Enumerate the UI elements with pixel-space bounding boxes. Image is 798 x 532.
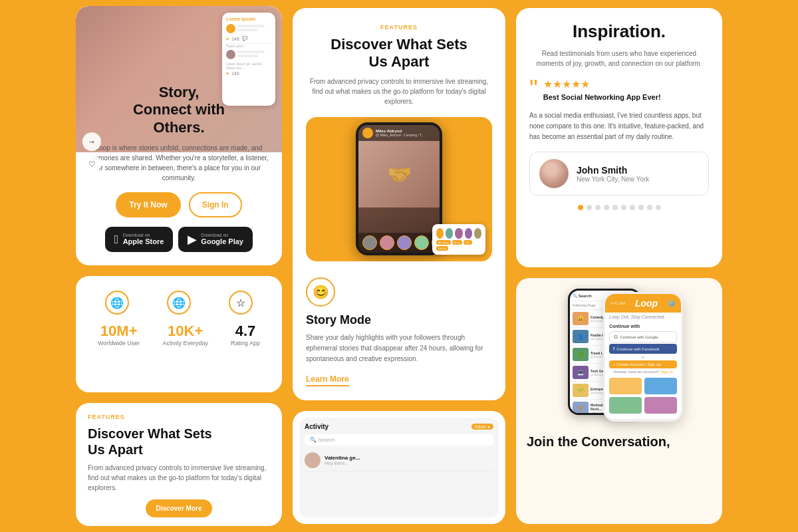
stats-numbers: 10M+ Worldwide User 10K+ Activity Everyd… bbox=[86, 323, 271, 346]
overlay-card: My Story Artes Life sed do bbox=[432, 224, 485, 255]
inbox-header: Activity Inbox ● bbox=[305, 423, 493, 430]
dot-5[interactable] bbox=[612, 205, 618, 210]
app-logo: Loop bbox=[635, 298, 658, 309]
apple-icon:  bbox=[114, 233, 119, 247]
dot-8[interactable] bbox=[638, 205, 644, 210]
message-item: Valentina ge... Hey there... bbox=[305, 450, 493, 471]
story-circle bbox=[397, 235, 412, 250]
reviewer-avatar bbox=[539, 159, 569, 188]
phone-screen-header: Miles Aldrynd @ Miles_Aldrynd · Camping … bbox=[358, 125, 440, 141]
learn-more-link[interactable]: Learn More bbox=[306, 374, 349, 386]
features-small-card: FEATURES Discover What Sets Us Apart Fro… bbox=[76, 403, 282, 526]
reviewer-info: John Smith New York City, New York bbox=[577, 165, 649, 183]
hero-card: Lorem Ipsum ♥ 148 💬 Type your... bbox=[76, 6, 282, 265]
testimonial-card: Inspiration. Read testimonials from user… bbox=[516, 8, 722, 267]
play-icon: ▶ bbox=[188, 232, 197, 247]
hero-title: Story, Connect with Others. bbox=[89, 84, 269, 136]
middle-column: FEATURES Discover What Sets Us Apart Fro… bbox=[293, 8, 505, 524]
continue-label: Continue with bbox=[605, 321, 681, 330]
inbox-badge: Inbox ● bbox=[471, 424, 493, 430]
features-desc-main: From advanced privacy controls to immers… bbox=[306, 76, 492, 106]
story-circle bbox=[380, 235, 394, 250]
dot-10[interactable] bbox=[656, 205, 661, 210]
message-sender: Valentina ge... bbox=[325, 455, 493, 461]
join-title: Join the Conversation, bbox=[527, 434, 712, 450]
discover-button[interactable]: Discover More bbox=[146, 499, 213, 517]
story-circle bbox=[414, 235, 429, 250]
left-column: Lorem Ipsum ♥ 148 💬 Type your... bbox=[76, 6, 282, 526]
hero-buttons: Try It Now Sign In bbox=[89, 192, 269, 217]
apple-store-button[interactable]:  Download on Apple Store bbox=[105, 227, 173, 252]
message-avatar bbox=[305, 452, 321, 468]
overlay-avatar bbox=[465, 228, 472, 239]
dot-9[interactable] bbox=[647, 205, 652, 210]
rating-icon: ☆ bbox=[229, 291, 253, 315]
features-title-main: Discover What Sets Us Apart bbox=[306, 36, 492, 71]
back-item-image: 😄 bbox=[573, 312, 589, 325]
activity-icon: 🌐 bbox=[167, 291, 191, 315]
rating-label: Rating App bbox=[231, 340, 260, 346]
google-play-text: Download on Google Play bbox=[201, 233, 243, 246]
facebook-auth-btn[interactable]: f Continue with Facebook bbox=[609, 344, 677, 354]
activity-label: Activity Everyday bbox=[162, 340, 208, 346]
phone-screen-username: Miles Aldrynd @ Miles_Aldrynd · Camping … bbox=[376, 129, 424, 137]
google-play-button[interactable]: ▶ Download on Google Play bbox=[178, 227, 253, 252]
google-auth-btn[interactable]: G Continue with Google bbox=[609, 331, 677, 342]
reviewer-card: John Smith New York City, New York bbox=[529, 152, 709, 196]
try-now-button[interactable]: Try It Now bbox=[116, 192, 180, 217]
story-mode-title: Story Mode bbox=[306, 313, 492, 327]
dot-6[interactable] bbox=[621, 205, 626, 210]
story-mode-section: 😊 Story Mode Share your daily highlights… bbox=[306, 277, 492, 384]
overlay-tags: My Story Artes Life sed do bbox=[436, 240, 481, 251]
app-label: Best Social Networking App Ever! bbox=[543, 93, 661, 101]
join-card: 🔍 Search Following PageTop Accounts 😄 Co… bbox=[516, 278, 722, 524]
apple-store-text: Download on Apple Store bbox=[123, 233, 164, 246]
download-buttons:  Download on Apple Store ▶ Download on … bbox=[89, 227, 269, 252]
dot-3[interactable] bbox=[595, 205, 600, 210]
back-item-image: 💻 bbox=[573, 366, 589, 379]
right-column: Inspiration. Read testimonials from user… bbox=[516, 8, 722, 524]
sign-in-button[interactable]: Sign In bbox=[189, 192, 242, 217]
pagination-dots bbox=[529, 205, 709, 210]
stats-card: 🌐 🌐 ☆ 10M+ Worldwide User 10K+ Activity … bbox=[76, 276, 282, 392]
overlay-avatar-row bbox=[436, 228, 481, 239]
features-phone-preview: Miles Aldrynd @ Miles_Aldrynd · Camping … bbox=[306, 117, 492, 261]
users-label: Worldwide User bbox=[98, 340, 140, 346]
testimonial-quote: As a social media enthusiast, I've tried… bbox=[529, 110, 709, 142]
features-tag-main: FEATURES bbox=[306, 24, 492, 31]
reviewer-location: New York City, New York bbox=[577, 176, 649, 183]
inbox-activity-title: Activity bbox=[305, 423, 329, 430]
overlay-avatar bbox=[455, 228, 462, 239]
message-text: Valentina ge... Hey there... bbox=[325, 455, 493, 466]
features-tag-sm: FEATURES bbox=[88, 414, 270, 420]
features-desc-sm: From advanced privacy controls to immers… bbox=[88, 463, 270, 493]
features-title-sm: Discover What Sets Us Apart bbox=[88, 426, 270, 458]
story-mode-icon: 😊 bbox=[306, 277, 335, 307]
inbox-search[interactable]: 🔍 Search bbox=[305, 434, 493, 446]
overlay-tag: Artes bbox=[452, 240, 462, 245]
phone-screen-content: 🤝 bbox=[358, 141, 440, 207]
reviewer-name: John Smith bbox=[577, 165, 649, 176]
activity-stat: 10K+ Activity Everyday bbox=[162, 323, 208, 346]
dot-7[interactable] bbox=[630, 205, 635, 210]
story-circle bbox=[362, 235, 377, 250]
back-item-image: 🌱 bbox=[573, 384, 589, 397]
features-main-card: FEATURES Discover What Sets Us Apart Fro… bbox=[293, 8, 505, 400]
rating-number: 4.7 bbox=[231, 323, 260, 340]
stats-icons: 🌐 🌐 ☆ bbox=[86, 291, 271, 315]
users-stat: 10M+ Worldwide User bbox=[98, 323, 140, 346]
hero-content: Story, Connect with Others. Loop is wher… bbox=[89, 6, 269, 252]
message-preview: Hey there... bbox=[325, 461, 493, 466]
dot-2[interactable] bbox=[587, 205, 592, 210]
dot-1[interactable] bbox=[578, 205, 583, 210]
phone-screen: Miles Aldrynd @ Miles_Aldrynd · Camping … bbox=[358, 125, 440, 253]
overlay-avatar bbox=[474, 228, 481, 239]
app-screen-header: 9:41 AM Loop ⚙️ bbox=[605, 294, 681, 313]
signup-btn[interactable]: + Create Account / Sign up bbox=[609, 360, 677, 368]
testimonial-header: Inspiration. bbox=[529, 21, 709, 42]
rating-stat: 4.7 Rating App bbox=[231, 323, 260, 346]
dot-4[interactable] bbox=[604, 205, 609, 210]
star-rating: ★★★★★ bbox=[543, 78, 661, 90]
overlay-tag: Life bbox=[464, 240, 471, 245]
phone-front: 9:41 AM Loop ⚙️ Loop Out, Stay Connected… bbox=[603, 292, 683, 422]
